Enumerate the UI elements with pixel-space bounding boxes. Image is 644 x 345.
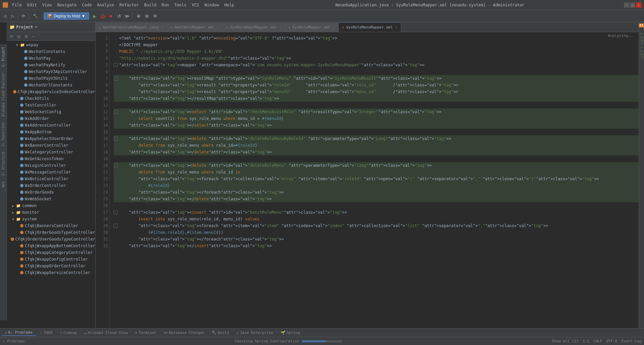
project-collapse-btn[interactable]: ⊟: [15, 33, 22, 40]
fold-button[interactable]: -: [114, 137, 118, 141]
minimize-button[interactable]: ─: [624, 2, 629, 8]
menu-item-file[interactable]: File: [10, 2, 24, 8]
show-all-btn[interactable]: Show all (2): [552, 339, 578, 343]
tab-close-btn[interactable]: ✕: [333, 25, 335, 29]
bottom-tab-alibaba-cloud-view[interactable]: ☁Alibaba Cloud View: [81, 330, 131, 336]
tree-item[interactable]: WxMessageController: [7, 169, 95, 176]
menu-item-code[interactable]: Code: [80, 2, 94, 8]
fold-button[interactable]: -: [114, 224, 118, 228]
run-button[interactable]: ▶: [91, 12, 99, 20]
sidebar-item-favorites[interactable]: 2: Favorites: [1, 120, 6, 149]
tree-item[interactable]: WechatPayV3Utils: [7, 75, 95, 82]
tree-item[interactable]: WechatPayV3ApiController: [7, 68, 95, 75]
tree-item[interactable]: wechatPayNotify: [7, 62, 95, 68]
tree-item[interactable]: TestConroller: [7, 102, 95, 109]
tree-item[interactable]: ▶📁common: [7, 202, 95, 209]
bottom-tab-database-changes[interactable]: 🗃Database Changes: [160, 330, 208, 336]
menu-item-run[interactable]: Run: [160, 2, 171, 8]
tree-item[interactable]: CfqkjOrderUserGoodsTypeController: [7, 236, 95, 243]
window-controls[interactable]: ─ □ ✕: [624, 2, 641, 8]
sync-button[interactable]: ⟳: [20, 11, 27, 21]
rerun-button[interactable]: ↺: [115, 12, 123, 20]
view-options-button[interactable]: ⊞: [143, 11, 151, 21]
project-sync-btn[interactable]: ⟳: [8, 33, 15, 40]
deploy-to-host-button[interactable]: 📦 Deploy to Host ▼: [44, 12, 89, 20]
tree-item[interactable]: CfqkjBannersController: [7, 222, 95, 229]
bottom-tab-todo[interactable]: ✓TODO: [37, 330, 56, 336]
remote-desktop-button[interactable]: 🖥: [135, 11, 143, 21]
settings-button[interactable]: ⚙: [151, 11, 159, 21]
menu-item-navigate[interactable]: Navigate: [55, 2, 79, 8]
tree-item[interactable]: WxAddressController: [7, 122, 95, 129]
tree-item[interactable]: WebSocketConfig: [7, 109, 95, 115]
bottom-tab-java-enterprise[interactable]: ☕Java Enterprise: [233, 330, 277, 336]
menu-item-window[interactable]: Window: [202, 2, 221, 8]
sidebar-item-structure[interactable]: Z: Structure: [1, 149, 6, 179]
tab-close-btn[interactable]: ✕: [395, 25, 397, 29]
tree-item[interactable]: ▼📁wxpay: [7, 42, 95, 48]
tree-item[interactable]: WxCategoryController: [7, 149, 95, 155]
tree-item[interactable]: WxNoticeController: [7, 176, 95, 182]
tree-item[interactable]: CfqkjWxappAppBottomController: [7, 243, 95, 249]
tree-item[interactable]: WxBannerController: [7, 142, 95, 149]
tree-item[interactable]: WxWebSocket: [7, 196, 95, 202]
project-settings-btn[interactable]: ⚙: [23, 33, 30, 40]
build-button[interactable]: 🔨: [31, 11, 40, 21]
tree-item[interactable]: WechatConstants: [7, 48, 95, 55]
bottom-tab-codeup[interactable]: ↑Codeup: [57, 330, 80, 336]
fold-button[interactable]: -: [114, 63, 118, 67]
bottom-tab-build[interactable]: 🔨Build: [208, 330, 232, 336]
tree-item[interactable]: WxOrderController: [7, 182, 95, 189]
encoding[interactable]: UTF-8: [606, 339, 617, 343]
tab-GenTableMapper-xml[interactable]: ✦GenTableMapper.xml✕: [167, 22, 223, 32]
tree-item[interactable]: CfqkjWxappServiceController: [7, 269, 95, 276]
back-button[interactable]: ◁: [1, 11, 8, 21]
menu-item-build[interactable]: Build: [142, 2, 158, 8]
tab-close-btn[interactable]: ✕: [217, 25, 219, 29]
sidebar-item-cloud-explorer[interactable]: Alibaba Cloud Explorer: [1, 70, 6, 119]
stop-button[interactable]: ■: [107, 12, 115, 20]
tree-item[interactable]: CfqkjWxappConfigController: [7, 256, 95, 263]
project-minimize-btn[interactable]: ─: [30, 33, 37, 40]
tree-item[interactable]: CfqkjWxappOrderController: [7, 263, 95, 269]
close-button[interactable]: ✕: [636, 2, 641, 8]
fold-button[interactable]: -: [114, 163, 118, 167]
tree-item[interactable]: WxAddOrder: [7, 115, 95, 122]
code-content[interactable]: <?xml "attr">version="val">"1.0" "attr">…: [110, 32, 639, 328]
menu-item-view[interactable]: View: [40, 2, 54, 8]
bottom-tab-terminal[interactable]: >Terminal: [132, 330, 160, 336]
more-run-button[interactable]: ≫: [123, 12, 131, 20]
menu-item-refactor[interactable]: Refactor: [117, 2, 141, 8]
tree-item[interactable]: WxOrderGoods: [7, 189, 95, 196]
tab-GenTableColumnMapper-java[interactable]: ☕GenTableColumnMapper.java✕: [96, 22, 167, 32]
cursor-position[interactable]: 1:1: [583, 339, 589, 343]
menu-item-edit[interactable]: Edit: [25, 2, 39, 8]
tree-item[interactable]: CfqkjOrderGoodsTypeController: [7, 229, 95, 236]
menu-item-analyze[interactable]: Analyze: [95, 2, 116, 8]
tree-item[interactable]: CfqkjWxappCategoryController: [7, 249, 95, 256]
tab-close-btn[interactable]: ✕: [279, 25, 281, 29]
tree-item[interactable]: ▼📁system: [7, 216, 95, 222]
maximize-button[interactable]: □: [630, 2, 635, 8]
menu-item-vcs[interactable]: VCS: [190, 2, 201, 8]
tab-SysRoleMapper-xml[interactable]: ✦SysRoleMapper.xml✕: [285, 22, 339, 32]
sidebar-item-project[interactable]: 1: Project: [1, 44, 6, 70]
debug-button[interactable]: 🐞: [99, 12, 107, 20]
bottom-tab-spring[interactable]: 🌱Spring: [277, 330, 304, 336]
status-problems[interactable]: ⚠ Problems: [3, 339, 25, 343]
tree-item[interactable]: WxAppSelectUserOrder: [7, 135, 95, 142]
tree-item[interactable]: WxAppBottom: [7, 129, 95, 135]
sidebar-item-web[interactable]: Web: [1, 179, 6, 190]
tab-SysRoleMenuMapper-xml[interactable]: ✦SysRoleMenuMapper.xml✕: [339, 22, 401, 32]
tree-item[interactable]: WxLoginController: [7, 162, 95, 169]
tree-item[interactable]: WechatPay: [7, 55, 95, 62]
bottom-tab-6--problems[interactable]: ⚠6: Problems: [1, 330, 36, 336]
line-separator[interactable]: CRLF: [593, 339, 602, 343]
tab-SysRoleDeptMapper-xml[interactable]: ✦SysRoleDeptMapper.xml✕: [223, 22, 285, 32]
fold-button[interactable]: -: [114, 110, 118, 114]
menu-item-help[interactable]: Help: [222, 2, 236, 8]
menu-item-tools[interactable]: Tools: [172, 2, 189, 8]
forward-button[interactable]: ▷: [9, 11, 16, 21]
tab-close-btn[interactable]: ✕: [161, 25, 163, 29]
event-log[interactable]: Event Log: [621, 339, 641, 343]
